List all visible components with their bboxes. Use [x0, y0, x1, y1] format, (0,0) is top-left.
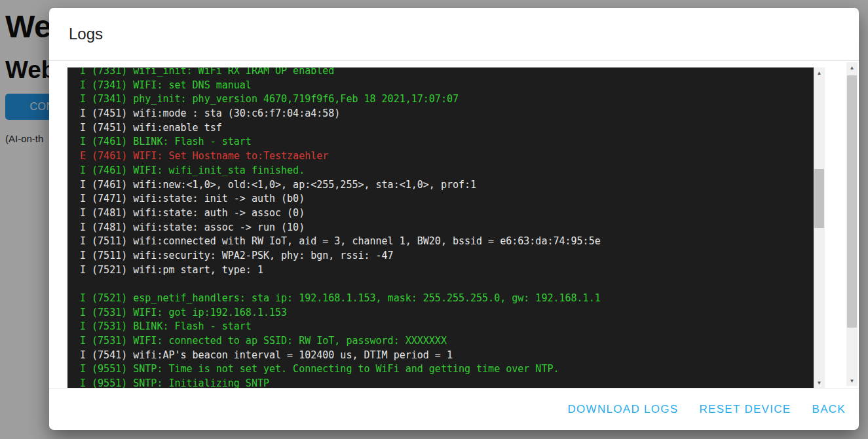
terminal-scrollbar[interactable]: ▲ ▼	[814, 67, 825, 388]
log-line: I (7461) wifi:new:<1,0>, old:<1,0>, ap:<…	[80, 178, 825, 193]
download-logs-button[interactable]: DOWNLOAD LOGS	[568, 403, 679, 416]
dialog-body: I (7331) wifi_init: WiFi RX IRAM OP enab…	[49, 61, 859, 388]
log-line: I (7511) wifi:security: WPA2-PSK, phy: b…	[80, 249, 825, 263]
scroll-up-icon[interactable]: ▲	[814, 67, 825, 78]
dialog-title: Logs	[69, 25, 103, 43]
log-line: I (7511) wifi:connected with RW IoT, aid…	[80, 235, 825, 249]
page: We Web CON (AI-on-th Logs I (7331) wifi_…	[0, 0, 868, 439]
log-line: I (7461) WIFI: wifi_init_sta finished.	[80, 164, 825, 178]
log-terminal[interactable]: I (7331) wifi_init: WiFi RX IRAM OP enab…	[67, 67, 825, 388]
terminal-scrollbar-thumb[interactable]	[814, 169, 824, 228]
log-line: I (7521) esp_netif_handlers: sta ip: 192…	[80, 292, 825, 306]
log-line: I (7531) WIFI: connected to ap SSID: RW …	[80, 334, 825, 349]
log-line: I (7461) BLINK: Flash - start	[80, 135, 825, 149]
log-line: I (7331) wifi_init: WiFi RX IRAM OP enab…	[80, 67, 825, 79]
dialog-scrollbar[interactable]: ▲ ▼	[846, 62, 858, 386]
log-line: I (7451) wifi:enable tsf	[80, 121, 825, 136]
log-line: I (7541) wifi:AP's beacon interval = 102…	[80, 349, 825, 363]
log-line: I (7341) WIFI: set DNS manual	[80, 79, 825, 93]
scroll-down-icon[interactable]: ▼	[846, 375, 858, 386]
log-line: I (7521) wifi:pm start, type: 1	[80, 263, 825, 278]
dialog-scrollbar-thumb[interactable]	[847, 75, 857, 328]
log-line: E (7461) WIFI: Set Hostname to:Testzaehl…	[80, 149, 825, 164]
dialog-header: Logs	[49, 8, 859, 61]
log-line	[80, 277, 825, 292]
scroll-down-icon[interactable]: ▼	[814, 377, 825, 388]
log-line: I (9551) SNTP: Time is not set yet. Conn…	[80, 362, 825, 377]
log-line: I (7481) wifi:state: auth -> assoc (0)	[80, 206, 825, 221]
log-line: I (7531) WIFI: got ip:192.168.1.153	[80, 306, 825, 320]
log-line: I (7481) wifi:state: assoc -> run (10)	[80, 221, 825, 235]
terminal-log: I (7331) wifi_init: WiFi RX IRAM OP enab…	[67, 67, 825, 388]
back-button[interactable]: BACK	[812, 403, 846, 416]
log-line: I (7341) phy_init: phy_version 4670,719f…	[80, 92, 825, 107]
log-line: I (7531) BLINK: Flash - start	[80, 320, 825, 334]
scroll-up-icon[interactable]: ▲	[846, 62, 858, 73]
log-line: I (7471) wifi:state: init -> auth (b0)	[80, 192, 825, 206]
logs-dialog: Logs I (7331) wifi_init: WiFi RX IRAM OP…	[49, 8, 859, 430]
log-line: I (9551) SNTP: Initializing SNTP	[80, 377, 825, 388]
log-line: I (7451) wifi:mode : sta (30:c6:f7:04:a4…	[80, 107, 825, 121]
dialog-footer: DOWNLOAD LOGS RESET DEVICE BACK	[49, 388, 859, 430]
reset-device-button[interactable]: RESET DEVICE	[700, 403, 791, 416]
